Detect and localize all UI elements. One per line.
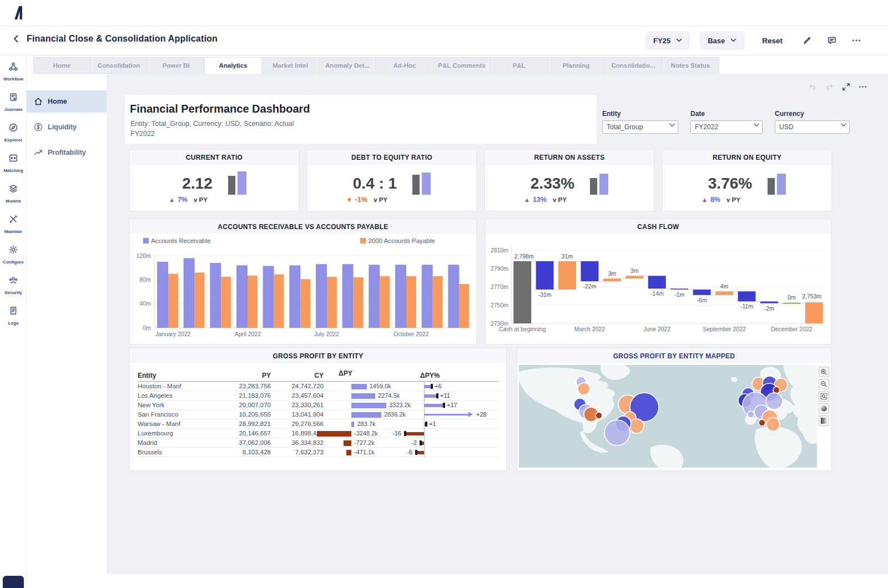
tab-p-l[interactable]: P&L: [491, 57, 548, 74]
tab-power-bi[interactable]: Power BI: [148, 57, 205, 74]
subnav-item-label: Home: [48, 98, 67, 105]
tab-market-intel[interactable]: Market Intel: [262, 57, 319, 74]
tab-p-l-comments[interactable]: P&L Comments: [433, 57, 491, 74]
expand-icon[interactable]: [839, 80, 852, 93]
rail-item-models[interactable]: Models: [0, 180, 27, 208]
redo-icon[interactable]: [823, 80, 836, 93]
zoom-selection-icon[interactable]: [819, 391, 829, 402]
delta-pct-value: +1: [429, 420, 436, 427]
tab-ad-hoc[interactable]: Ad-Hoc: [376, 57, 433, 74]
rail-item-security[interactable]: Security: [0, 271, 27, 300]
entity-select[interactable]: Total_Group: [602, 120, 678, 134]
tab-planning[interactable]: Planning: [548, 57, 605, 74]
kpi-mini-bars: [590, 171, 608, 195]
map-bubble[interactable]: [604, 420, 630, 445]
reset-button[interactable]: Reset: [762, 37, 783, 45]
map-bubble[interactable]: [766, 393, 783, 409]
trend-icon: [33, 148, 43, 158]
rail-item-explorer[interactable]: Explorer: [0, 119, 27, 147]
rail-item-workflow[interactable]: Workflow: [0, 58, 27, 86]
page-subtitle: Entity: Total_Group, Currency: USD, Scen…: [130, 119, 294, 139]
fiscal-year-dropdown[interactable]: FY25: [645, 31, 690, 50]
zoom-out-icon[interactable]: [819, 379, 829, 389]
tab-home[interactable]: Home: [33, 57, 90, 74]
subnav-item-home[interactable]: Home: [27, 90, 107, 113]
map-bubble[interactable]: [596, 412, 602, 419]
date-select[interactable]: FY2022: [690, 120, 763, 134]
map-bubble[interactable]: [773, 387, 780, 393]
cy-cell: 23,330,261: [271, 402, 324, 408]
zoom-in-icon[interactable]: [819, 367, 829, 377]
map-bubble[interactable]: [748, 411, 754, 418]
map-bubble[interactable]: [759, 419, 765, 426]
globe-icon[interactable]: [819, 403, 829, 414]
svg-text:October 2022: October 2022: [393, 331, 429, 337]
home-icon: [33, 97, 43, 107]
svg-text:June 2022: June 2022: [643, 326, 670, 332]
dashboard-subnav: HomeLiquidityProfitability: [27, 74, 107, 574]
rail-item-label: Workflow: [3, 73, 23, 83]
delta-py-bar: [351, 393, 375, 399]
map-bubble[interactable]: [766, 418, 780, 431]
kpi-title: CURRENT RATIO: [130, 150, 299, 165]
subnav-item-liquidity[interactable]: Liquidity: [27, 116, 107, 138]
tab-notes-status[interactable]: Notes Status: [662, 57, 719, 74]
grayscale-icon[interactable]: [819, 415, 829, 426]
table-header-row: EntityPYCYΔPYΔPY%: [138, 369, 498, 382]
delta-py-cell: 2274.5k: [324, 391, 412, 400]
kpi-bar-prior-year: [228, 176, 235, 195]
cy-cell: 16,898,423: [271, 430, 324, 437]
security-icon: [8, 275, 18, 285]
rail-item-matching[interactable]: Matching: [0, 149, 27, 178]
ellipsis-icon[interactable]: [849, 33, 864, 48]
delta-py-pct-cell: -6: [412, 448, 498, 457]
delta-py-cell: -471.1k: [324, 448, 412, 457]
more-icon[interactable]: [856, 80, 869, 93]
svg-text:-6m: -6m: [697, 297, 707, 303]
rail-footer-badge[interactable]: [3, 576, 24, 588]
kpi-delta-value: -1%: [355, 196, 367, 204]
card-title: CASH FLOW: [486, 219, 831, 234]
tab-consolidatio[interactable]: Consolidatio...: [605, 57, 662, 74]
kpi-bar-current-year: [238, 171, 246, 195]
svg-text:80m: 80m: [140, 276, 152, 283]
rail-item-journals[interactable]: Journals: [0, 88, 27, 116]
back-chevron-icon[interactable]: [11, 34, 21, 44]
subnav-item-profitability[interactable]: Profitability: [27, 141, 107, 164]
map-bubble[interactable]: [629, 419, 644, 433]
entity-cell: Houston - Manf: [138, 383, 201, 389]
tab-analytics[interactable]: Analytics: [205, 57, 262, 74]
delta-pct-bar: [422, 442, 424, 445]
card-title: ACCOUNTS RECEIVABLE VS ACCOUNTS PAYABLE: [130, 219, 476, 234]
card-title: GROSS PROFIT BY ENTITY: [130, 348, 506, 363]
svg-text:2,798m: 2,798m: [514, 253, 534, 260]
delta-pct-arrow: [424, 414, 468, 415]
kpi-bar-prior-year: [590, 178, 597, 195]
rail-item-label: Matching: [3, 164, 23, 174]
delta-py-value: 2836.2k: [384, 411, 406, 418]
currency-select[interactable]: USD: [775, 120, 850, 134]
world-bubble-map[interactable]: [519, 365, 817, 468]
svg-text:Cash at beginning: Cash at beginning: [499, 326, 546, 332]
svg-text:January 2022: January 2022: [155, 331, 191, 337]
kpi-title: RETURN ON EQUITY: [663, 150, 831, 165]
comment-icon[interactable]: [825, 33, 839, 48]
version-dropdown[interactable]: Base: [700, 31, 744, 50]
configure-icon: [8, 245, 18, 255]
delta-pct-bar: [406, 432, 424, 435]
rail-item-label: Security: [4, 286, 22, 296]
rail-item-logs[interactable]: Logs: [0, 302, 27, 330]
tab-anomaly-det[interactable]: Anomaly Det...: [319, 57, 376, 74]
rail-item-maintain[interactable]: Maintain: [0, 210, 27, 239]
svg-text:31m: 31m: [562, 253, 573, 260]
rail-item-configure[interactable]: Configure: [0, 241, 27, 269]
undo-icon[interactable]: [806, 80, 819, 93]
pencil-icon[interactable]: [800, 33, 815, 48]
tab-consolidation[interactable]: Consolidation: [90, 57, 148, 74]
app-title: Financial Close & Consolidation Applicat…: [27, 34, 218, 44]
map-bubble[interactable]: [578, 383, 590, 395]
cy-cell: 13,041,904: [271, 411, 324, 418]
kpi-body: 2.12▲7%v PY: [130, 165, 299, 211]
kpi-vs-py-label: v PY: [374, 196, 387, 203]
delta-pct-bar: [424, 394, 436, 398]
